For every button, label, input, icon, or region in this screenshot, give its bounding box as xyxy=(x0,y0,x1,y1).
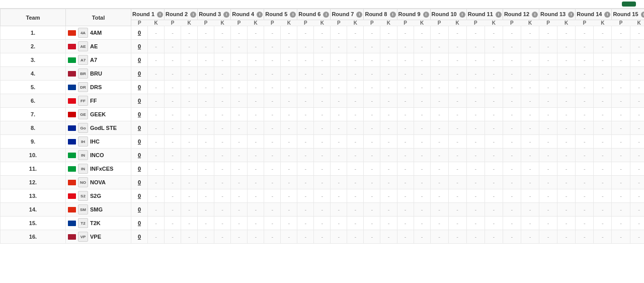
team-name-cell: SMSMG xyxy=(66,203,131,217)
round-10-points: - xyxy=(448,94,466,108)
team-total[interactable]: 0 xyxy=(131,53,148,67)
team-total[interactable]: 0 xyxy=(131,26,148,40)
team-logo-icon: GE xyxy=(78,109,88,119)
col-subheader-round4-p: P xyxy=(231,20,248,26)
round-15-points: - xyxy=(630,40,644,53)
round-9-kills: - xyxy=(430,53,448,67)
round-7-kills: - xyxy=(364,189,380,203)
round-1-points: - xyxy=(148,230,165,244)
round-info-icon-15[interactable]: i xyxy=(641,12,644,18)
round-info-icon-12[interactable]: i xyxy=(532,12,538,18)
round-9-points: - xyxy=(414,121,430,135)
round-2-kills: - xyxy=(198,53,214,67)
round-1-points: - xyxy=(148,26,165,40)
team-total[interactable]: 0 xyxy=(131,176,148,189)
round-8-points: - xyxy=(380,135,397,149)
round-info-icon-9[interactable]: i xyxy=(423,12,429,18)
round-14-kills: - xyxy=(612,53,630,67)
col-header-round-6: Round 6 i xyxy=(297,9,331,20)
team-total[interactable]: 0 xyxy=(131,189,148,203)
round-13-points: - xyxy=(557,176,576,189)
round-12-points: - xyxy=(521,217,539,230)
round-info-icon-13[interactable]: i xyxy=(568,12,574,18)
team-total[interactable]: 0 xyxy=(131,81,148,94)
team-rank: 12. xyxy=(1,176,66,189)
round-7-points: - xyxy=(347,162,364,176)
round-6-points: - xyxy=(314,217,331,230)
round-8-kills: - xyxy=(397,81,414,94)
round-13-kills: - xyxy=(576,135,594,149)
points-button[interactable] xyxy=(622,2,636,7)
round-info-icon-7[interactable]: i xyxy=(356,12,362,18)
round-5-kills: - xyxy=(297,176,314,189)
round-4-kills: - xyxy=(264,40,281,53)
round-2-points: - xyxy=(181,217,198,230)
round-5-points: - xyxy=(281,149,297,162)
round-1-kills: - xyxy=(165,135,181,149)
round-info-icon-8[interactable]: i xyxy=(390,12,396,18)
top-bar xyxy=(0,0,644,9)
round-info-icon-6[interactable]: i xyxy=(323,12,329,18)
round-5-points: - xyxy=(281,40,297,53)
round-13-points: - xyxy=(557,135,576,149)
round-11-kills: - xyxy=(503,67,521,81)
col-subheader-round7-p: P xyxy=(331,20,347,26)
round-8-kills: - xyxy=(397,94,414,108)
round-6-points: - xyxy=(314,40,331,53)
round-3-points: - xyxy=(214,53,231,67)
col-header-round-11: Round 11 i xyxy=(466,9,503,20)
round-15-points: - xyxy=(630,203,644,217)
round-7-points: - xyxy=(347,40,364,53)
round-12-kills: - xyxy=(539,203,557,217)
round-3-kills: - xyxy=(231,230,248,244)
team-total[interactable]: 0 xyxy=(131,67,148,81)
round-4-points: - xyxy=(248,162,264,176)
round-info-icon-10[interactable]: i xyxy=(459,12,465,18)
round-10-points: - xyxy=(448,121,466,135)
round-info-icon-3[interactable]: i xyxy=(223,12,229,18)
team-total[interactable]: 0 xyxy=(131,108,148,121)
team-total[interactable]: 0 xyxy=(131,217,148,230)
team-rank: 13. xyxy=(1,189,66,203)
team-total[interactable]: 0 xyxy=(131,94,148,108)
round-4-points: - xyxy=(248,67,264,81)
round-12-points: - xyxy=(521,94,539,108)
team-total[interactable]: 0 xyxy=(131,121,148,135)
round-6-kills: - xyxy=(331,230,347,244)
round-11-points: - xyxy=(485,121,503,135)
col-subheader-round2-p: P xyxy=(165,20,181,26)
round-14-points: - xyxy=(594,81,612,94)
col-header-round-5: Round 5 i xyxy=(264,9,297,20)
round-7-kills: - xyxy=(364,53,380,67)
round-2-points: - xyxy=(181,121,198,135)
table-row: 14.SMSMG0-------------------------------… xyxy=(1,203,645,217)
round-14-points: - xyxy=(594,217,612,230)
round-9-points: - xyxy=(414,81,430,94)
round-5-points: - xyxy=(281,203,297,217)
round-info-icon-14[interactable]: i xyxy=(604,12,610,18)
team-total[interactable]: 0 xyxy=(131,135,148,149)
team-total[interactable]: 0 xyxy=(131,203,148,217)
round-info-icon-1[interactable]: i xyxy=(157,12,163,18)
round-9-points: - xyxy=(414,94,430,108)
round-14-kills: - xyxy=(612,81,630,94)
round-info-icon-5[interactable]: i xyxy=(290,12,296,18)
team-name-label: INCO xyxy=(90,152,104,158)
round-1-kills: - xyxy=(165,189,181,203)
round-info-icon-2[interactable]: i xyxy=(190,12,196,18)
round-6-kills: - xyxy=(331,189,347,203)
team-total[interactable]: 0 xyxy=(131,149,148,162)
round-info-icon-4[interactable]: i xyxy=(257,12,263,18)
team-logo-icon: IH xyxy=(78,136,88,147)
round-info-icon-11[interactable]: i xyxy=(496,12,502,18)
round-5-kills: - xyxy=(297,203,314,217)
round-9-points: - xyxy=(414,149,430,162)
team-name-cell: S2S2G xyxy=(66,189,131,203)
team-total[interactable]: 0 xyxy=(131,162,148,176)
round-10-kills: - xyxy=(466,121,485,135)
team-total[interactable]: 0 xyxy=(131,230,148,244)
round-9-kills: - xyxy=(430,121,448,135)
round-7-kills: - xyxy=(364,81,380,94)
round-9-kills: - xyxy=(430,189,448,203)
team-total[interactable]: 0 xyxy=(131,40,148,53)
